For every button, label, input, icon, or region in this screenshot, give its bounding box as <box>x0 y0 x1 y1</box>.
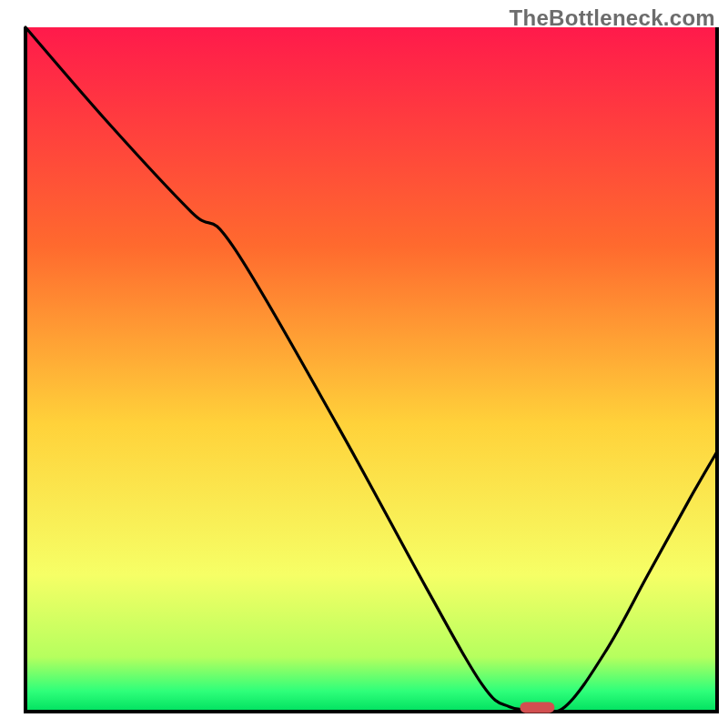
chart-stage: TheBottleneck.com <box>0 0 728 728</box>
bottleneck-chart <box>0 0 728 728</box>
plot-background <box>25 27 717 712</box>
optimum-marker <box>520 702 554 713</box>
watermark-text: TheBottleneck.com <box>510 5 715 31</box>
